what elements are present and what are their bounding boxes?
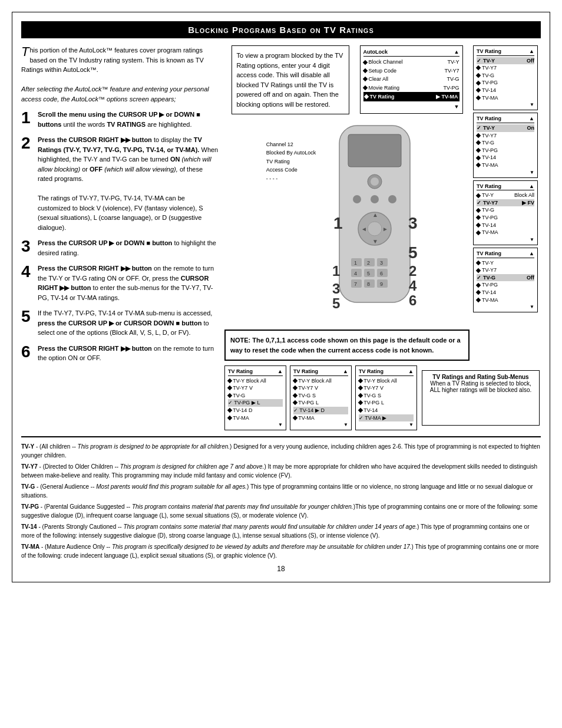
caption-title: TV Ratings and Rating Sub-Menus (428, 374, 533, 380)
bp3-tvpg-l: TV-PG (363, 400, 379, 406)
remote-svg: 1 3 5 ▲ ▼ ◄ ► 1 (322, 123, 428, 323)
rp2-d3 (476, 148, 481, 153)
autolock-title: AutoLock ▲ (363, 48, 459, 57)
bp3-tv14: TV-14 (359, 407, 414, 414)
step-6-bold: Press the CURSOR RIGHT ▶▶ button (38, 345, 152, 352)
bp1-tvy7-l: TV-Y7 (233, 385, 247, 391)
svg-text:3: 3 (380, 260, 383, 266)
remote-area: Channel 12 Blocked By AutoLock TV Rating… (266, 123, 428, 323)
bp3-check: ✓ (359, 415, 363, 421)
bottom-panel-2: TV Rating ▲ TV-Y Block All TV-Y7 V (290, 365, 352, 430)
bp2-arrow-d: ▶ D (315, 407, 325, 413)
bp3-tvma-l: TV-MA (365, 415, 381, 421)
bp3-tvy-l: TV-Y (363, 378, 375, 384)
bp3-tvy7: TV-Y7 V (359, 384, 414, 392)
rp2-tvy: TV-Y (483, 124, 495, 132)
rp4-row-tvpg: TV-PG (477, 281, 534, 289)
rating-panel-4-title: TV Rating ▲ (477, 250, 534, 258)
autolock-tv-g: TV-G (447, 75, 459, 83)
channel-line5: - - - - (266, 174, 316, 183)
rp1-down: ▼ (477, 101, 534, 108)
diagram-right: To view a program blocked by the TV Rati… (224, 45, 541, 430)
svg-text:7: 7 (354, 281, 357, 287)
step-5: 5 If the TV-Y7, TV-PG, TV-14 or TV-MA su… (21, 308, 219, 338)
diagram-inner: To view a program blocked by the TV Rati… (224, 45, 541, 361)
svg-text:1: 1 (332, 263, 340, 279)
rp1-row-tvma: TV-MA (477, 94, 534, 102)
svg-point-3 (371, 177, 379, 186)
bp1-tvpg: ✓ TV-PG ▶ L (228, 399, 283, 407)
rp1-d4 (476, 88, 481, 93)
bp3-tvg-l: TV-G (363, 393, 376, 398)
bp2-down: ▼ (293, 421, 348, 428)
svg-text:2: 2 (367, 260, 370, 266)
rp3-row-tvpg: TV-PG (477, 214, 534, 222)
bp1-tv14: TV-14 D (228, 407, 283, 414)
rp3-label: TV Rating (477, 183, 501, 190)
step-4-bold: Press the CURSOR RIGHT ▶▶ button (38, 265, 152, 272)
steps-container: 1 Scroll the menu using the CURSOR UP ▶ … (21, 110, 219, 363)
intro-text: This portion of the AutoLock™ features c… (21, 45, 219, 104)
bp1-tvpg-l: TV-PG (234, 400, 250, 406)
rp2-row-tvma: TV-MA (477, 162, 534, 169)
bp1-tvy7: TV-Y7 V (228, 384, 283, 392)
bp3-tvy: TV-Y Block All (359, 377, 414, 385)
rp2-row-tvy7: TV-Y7 (477, 132, 534, 140)
access-code-box: To view a program blocked by the TV Rati… (232, 45, 349, 114)
channel-line4: Access Code (266, 166, 316, 174)
rp3-tvpg: TV-PG (482, 214, 498, 222)
svg-point-5 (371, 195, 379, 203)
autolock-area: AutoLock ▲ Block Channel TV-Y (360, 45, 463, 117)
rp4-d1 (476, 268, 481, 272)
rp4-d4 (476, 290, 481, 295)
bp2-tvy7-l: TV-Y7 (298, 385, 313, 391)
bp1-title: TV Rating ▲ (228, 368, 283, 376)
bp3-tvy7-l: TV-Y7 (363, 385, 378, 391)
rating-panel-4: TV Rating ▲ TV-Y TV-Y7 ✓ (473, 248, 538, 312)
bp2-d3 (293, 400, 297, 405)
step-2-number: 2 (21, 135, 33, 151)
svg-text:2: 2 (409, 263, 416, 279)
bp1-tvg: TV-G (228, 392, 283, 400)
glossary-tvy: TV-Y - (All children -- This program is … (21, 442, 541, 460)
rp2-row-tvy: ✓ TV-Y On (477, 124, 534, 132)
bp1-tvy: TV-Y Block All (228, 377, 283, 385)
step-2: 2 Press the CURSOR RIGHT ▶▶ button to di… (21, 135, 219, 232)
bp1-d2 (227, 393, 232, 398)
rp3-down: ▼ (477, 236, 534, 243)
rating-panel-1-title: TV Rating ▲ (477, 48, 534, 56)
rp4-down: ▼ (477, 304, 534, 310)
rp1-row-tvpg: TV-PG (477, 79, 534, 87)
rp4-row-tv14: TV-14 (477, 289, 534, 297)
autolock-arrow-up: ▲ (454, 48, 459, 56)
autolock-label: AutoLock (363, 48, 388, 56)
bp3-d1 (358, 386, 363, 390)
step-3: 3 Press the CURSOR UP ▶ or DOWN ■ button… (21, 238, 219, 258)
step-5-number: 5 (21, 308, 33, 325)
rp3-d0 (476, 193, 481, 197)
bp2-tvma-l: TV-MA (298, 415, 315, 421)
rp3-row-tvy7: ✓ TV-Y7 ▶ FV (477, 199, 534, 207)
bp1-ba: Block All (246, 378, 266, 384)
bp1-label: TV Rating (228, 368, 253, 375)
glossary-tvma: TV-MA - (Mature Audience Only -- This pr… (21, 542, 541, 560)
bp3-d4 (358, 408, 363, 413)
autolock-panel: AutoLock ▲ Block Channel TV-Y (360, 45, 463, 114)
svg-text:6: 6 (380, 271, 383, 276)
bp2-tvpg-l: TV-PG (298, 400, 314, 406)
glossary-tvy7: TV-Y7 - (Directed to Older Children -- T… (21, 462, 541, 480)
svg-text:5: 5 (408, 243, 418, 262)
rating-panel-3-title: TV Rating ▲ (477, 183, 534, 191)
bp2-l: L (316, 400, 319, 406)
bp1-down: ▼ (228, 421, 283, 428)
rp2-tv14: TV-14 (482, 154, 496, 162)
rp1-check: ✓ (477, 57, 481, 65)
page-title: Blocking Programs Based on TV Ratings (21, 21, 541, 38)
bp1-tvma-l: TV-MA (233, 415, 249, 421)
rp3-row-tvg: TV-G (477, 206, 534, 214)
bp2-tvg: TV-G S (293, 392, 348, 400)
step-6-content: Press the CURSOR RIGHT ▶▶ button on the … (38, 344, 219, 363)
autolock-row-2: Setup Code TV-Y7 (363, 67, 459, 75)
rp4-arrow: ▲ (529, 250, 534, 258)
rp1-tvma: TV-MA (482, 94, 498, 102)
